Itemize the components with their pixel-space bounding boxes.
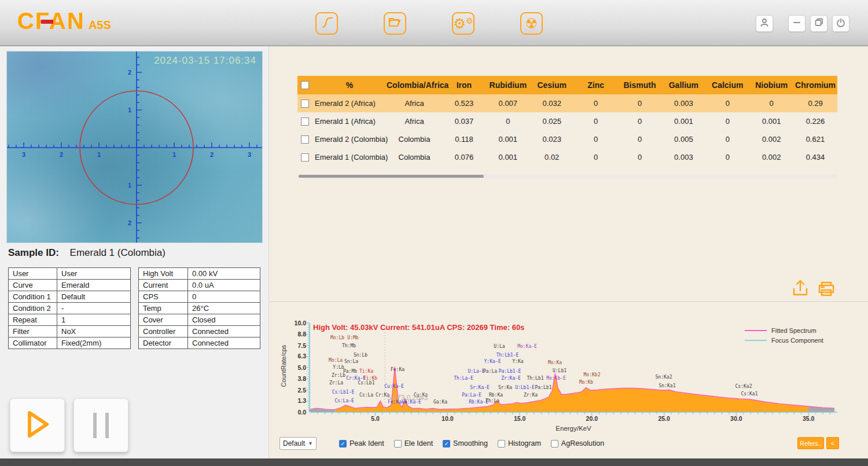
open-folder-button[interactable] — [384, 12, 406, 35]
chart-controls-bar: Default ▼ ✓ Peak Ident Ele Ident ✓ Smoot… — [279, 436, 604, 451]
sample-id-label: Sample ID: — [8, 247, 59, 258]
peak-label: Cs:Ka2 — [735, 384, 752, 389]
power-icon — [836, 17, 846, 30]
preset-dropdown[interactable]: Default ▼ — [279, 437, 317, 450]
collapse-button[interactable]: < — [826, 437, 839, 449]
gears-icon: ⚙⚙ — [453, 17, 473, 31]
right-panel: %Colombia/AfricaIronRubidiumCesiumZincBi… — [269, 46, 868, 459]
peak-label: Th:Lb1-E — [496, 353, 519, 358]
curve-icon — [320, 16, 334, 32]
param-value: NoX — [57, 326, 131, 337]
main-toolbar: ⚙⚙ ☢ — [315, 12, 543, 35]
param-value: Connected — [188, 337, 260, 349]
peak-label: Sn:La — [344, 359, 358, 364]
value-cell: 0.02 — [530, 153, 574, 162]
param-label: High Volt — [139, 268, 188, 280]
row-checkbox[interactable] — [301, 100, 309, 108]
row-checkbox[interactable] — [301, 118, 309, 126]
value-cell: 0 — [618, 117, 662, 126]
spectrum-curve-button[interactable] — [315, 12, 338, 35]
peak-label: Th:La-E — [454, 376, 473, 381]
checkbox-smoothing[interactable]: ✓ Smoothing — [443, 439, 488, 447]
param-row: Collimator Fixed(2mm) — [9, 337, 131, 349]
svg-text:1: 1 — [128, 107, 131, 113]
table-row[interactable]: Emerald 1 (Africa)Africa0.03700.025000.0… — [297, 112, 837, 130]
param-label: User — [9, 268, 57, 280]
x-axis-tick-label: 35.0 — [798, 415, 819, 422]
checkbox-agresolution[interactable]: AgResolution — [551, 439, 604, 447]
param-row: Cover Closed — [139, 314, 260, 326]
svg-text:1: 1 — [97, 151, 101, 158]
column-header: Calcium — [705, 80, 749, 90]
scrollbar-thumb[interactable] — [299, 175, 484, 178]
table-row[interactable]: Emerald 2 (Africa)Africa0.5230.0070.0320… — [297, 94, 837, 112]
sample-name-cell: Emerald 1 (Africa) — [312, 117, 387, 126]
top-bar: CFAN A5S ⚙⚙ ☢ — [0, 0, 868, 46]
app-window: CFAN A5S ⚙⚙ ☢ — [0, 0, 868, 466]
param-value: 1 — [57, 314, 131, 326]
xray-source-button[interactable]: ☢ — [520, 12, 543, 35]
row-checkbox[interactable] — [301, 135, 309, 144]
param-row: Detector Connected — [139, 337, 260, 349]
peak-label: U:La — [494, 344, 505, 349]
camera-view[interactable]: 3211232112 2024-03-15 17:06:34 — [6, 51, 263, 243]
checkbox-box[interactable] — [551, 440, 558, 447]
checkbox-histogram[interactable]: Histogram — [498, 439, 541, 447]
y-axis-tick-label: 10.0 — [284, 320, 306, 326]
restore-button[interactable] — [810, 15, 827, 32]
export-button[interactable] — [790, 279, 810, 299]
peak-label: Sn:Lb — [354, 353, 367, 358]
results-hscrollbar[interactable] — [297, 174, 837, 178]
checkbox-box[interactable] — [498, 440, 505, 447]
peak-label: Mo:Kb2 — [584, 373, 601, 377]
param-value: User — [57, 268, 131, 280]
svg-text:1: 1 — [172, 151, 176, 158]
pause-icon — [93, 413, 109, 438]
peak-label: Cs:Ka1 — [741, 392, 758, 397]
checkbox-peak-ident[interactable]: ✓ Peak Ident — [339, 439, 384, 447]
checkbox-box[interactable]: ✓ — [339, 440, 347, 447]
value-cell: 0.434 — [793, 153, 837, 162]
row-checkbox[interactable] — [301, 153, 309, 162]
peak-label: Y:Ka-E — [484, 359, 501, 364]
value-cell: 0.007 — [486, 99, 530, 108]
param-value: Emerald — [57, 280, 131, 291]
select-all-checkbox[interactable] — [301, 81, 309, 89]
spectrum-chart[interactable]: High Volt: 45.03kV Current: 541.01uA CPS… — [310, 323, 837, 412]
refers-button[interactable]: Refers.. — [797, 437, 824, 449]
svg-text:2: 2 — [60, 151, 63, 158]
stop-measurement-button[interactable] — [73, 398, 128, 452]
settings-button[interactable]: ⚙⚙ — [452, 12, 475, 35]
value-cell: 0.025 — [530, 117, 574, 126]
results-table: %Colombia/AfricaIronRubidiumCesiumZincBi… — [297, 76, 837, 166]
param-row: Repeat 1 — [9, 314, 131, 326]
param-row: Temp 26°C — [139, 303, 260, 314]
user-button[interactable] — [756, 15, 773, 32]
print-button[interactable] — [816, 280, 836, 299]
start-measurement-button[interactable] — [10, 398, 65, 452]
y-axis-tick-label: 5.0 — [284, 364, 306, 371]
value-cell: 0.118 — [442, 135, 486, 144]
column-header: Iron — [442, 80, 486, 90]
value-cell: 0.621 — [793, 135, 837, 144]
param-value: 0.0 uA — [188, 280, 260, 291]
sample-id-row: Sample ID: Emerald 1 (Colombia) — [8, 247, 165, 259]
checkbox-box[interactable]: ✓ — [443, 440, 450, 447]
table-row[interactable]: Emerald 1 (Colombia)Colombia0.0760.0010.… — [297, 148, 837, 166]
bottom-status-strip — [0, 458, 868, 466]
value-cell: 0 — [618, 99, 662, 108]
power-button[interactable] — [832, 15, 849, 32]
peak-label: Cs:Lb1-E — [332, 390, 355, 395]
peak-label: Y:Lb — [333, 365, 344, 370]
value-cell: 0.002 — [749, 153, 793, 162]
minimize-button[interactable] — [788, 15, 806, 32]
peak-label: Sn:Ka1 — [659, 384, 676, 388]
peak-label: Y:Ka — [512, 359, 523, 364]
checkbox-ele-ident[interactable]: Ele Ident — [394, 439, 433, 447]
checkbox-box[interactable] — [394, 440, 402, 447]
printer-icon — [817, 291, 836, 299]
column-header: Zinc — [574, 80, 618, 90]
peak-label: U:Lb1-E — [515, 386, 535, 390]
table-row[interactable]: Emerald 2 (Colombia)Colombia0.1180.0010.… — [297, 130, 837, 148]
peak-label: U:Mb — [347, 336, 358, 340]
